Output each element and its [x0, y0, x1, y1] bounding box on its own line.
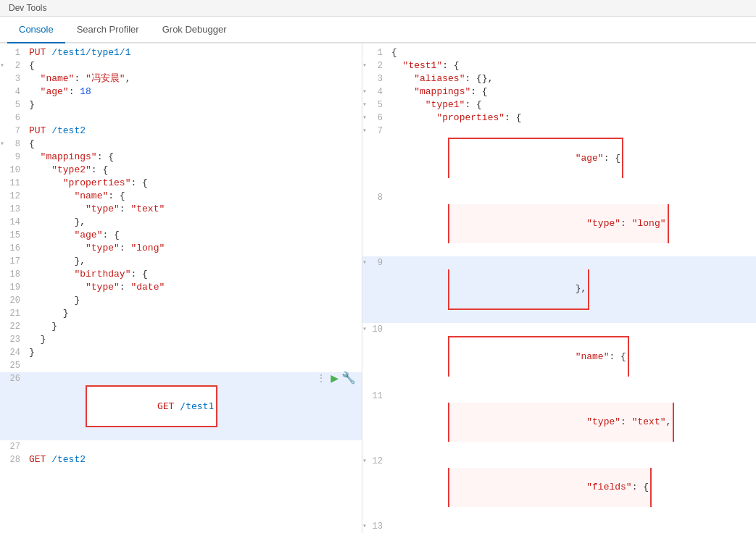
line-number: 24	[0, 346, 26, 359]
table-row: 24 }	[0, 346, 362, 359]
line-content: {	[26, 138, 362, 151]
line-number: ▾13	[362, 520, 389, 533]
line-number: 25	[0, 359, 26, 372]
table-row: 17 },	[0, 255, 362, 268]
line-number: ▾2	[362, 59, 389, 72]
line-number: 5	[0, 98, 26, 112]
line-number: 12	[0, 190, 26, 203]
line-content: PUT /test1/type1/1	[26, 46, 362, 59]
table-row: 27	[0, 440, 362, 453]
title-bar: Dev Tools	[0, 0, 756, 17]
line-number: 11	[362, 390, 389, 403]
wrench-button[interactable]: 🔧	[341, 372, 356, 385]
line-content: "fields": {	[389, 455, 756, 520]
line-number: 15	[0, 229, 26, 242]
line-content: "type": "date"	[26, 281, 362, 294]
line-content: GET /test1	[26, 372, 316, 440]
line-number: ▾7	[362, 125, 389, 138]
line-number: 14	[0, 216, 26, 229]
line-number: 20	[0, 294, 26, 307]
line-content: },	[389, 256, 756, 323]
line-content: "age": 18	[26, 85, 362, 98]
table-row: 25	[0, 359, 362, 372]
line-content: },	[26, 255, 362, 268]
line-number: 3	[0, 72, 26, 85]
line-content: "properties": {	[26, 177, 362, 190]
table-row: 11 "type": "text",	[362, 390, 756, 455]
table-row: 20 }	[0, 294, 362, 307]
line-content: },	[26, 216, 362, 229]
line-tools: ⋮ ▶ 🔧	[316, 372, 362, 385]
table-row: 19 "type": "date"	[0, 281, 362, 294]
line-content: "type1": {	[389, 98, 756, 112]
table-row: ▾2 {	[0, 59, 362, 72]
line-content: "aliases": {},	[389, 72, 756, 85]
table-row: 23 }	[0, 333, 362, 346]
title-bar-label: Dev Tools	[0, 0, 756, 17]
line-number: ▾10	[362, 323, 389, 336]
line-number: 26	[0, 372, 26, 385]
line-number: 17	[0, 255, 26, 268]
line-content: "name": {	[26, 190, 362, 203]
left-panel: 1 PUT /test1/type1/1 ▾2 { 3 "name": "冯安晨…	[0, 43, 362, 533]
line-content: "type": "long"	[26, 242, 362, 255]
line-content: "mappings": {	[389, 85, 756, 98]
table-row: 1 {	[362, 46, 756, 59]
tab-grok-debugger[interactable]: Grok Debugger	[151, 17, 238, 43]
line-number: 6	[0, 112, 26, 125]
table-row: 21 }	[0, 307, 362, 320]
line-content: "properties": {	[389, 112, 756, 125]
table-row: ▾10 "name": {	[362, 323, 756, 390]
table-row: ▾8 {	[0, 138, 362, 151]
line-number: 8	[362, 191, 389, 204]
line-number: 22	[0, 320, 26, 333]
table-row: 28 GET /test2	[0, 453, 362, 466]
line-content: "age": {	[389, 125, 756, 191]
table-row: ▾4 "mappings": {	[362, 85, 756, 98]
table-row: ▾12 "fields": {	[362, 455, 756, 520]
line-number: ▾9	[362, 256, 389, 269]
table-row: 7 PUT /test2	[0, 125, 362, 138]
table-row: 10 "type2": {	[0, 164, 362, 177]
table-row: ▾5 "type1": {	[362, 98, 756, 112]
table-row: 22 }	[0, 320, 362, 333]
table-row: 3 "aliases": {},	[362, 72, 756, 85]
line-number: 16	[0, 242, 26, 255]
table-row: 9 "mappings": {	[0, 151, 362, 164]
main-content: 1 PUT /test1/type1/1 ▾2 { 3 "name": "冯安晨…	[0, 43, 756, 533]
table-row: ▾7 "age": {	[362, 125, 756, 191]
run-button[interactable]: ▶	[331, 372, 338, 385]
line-number: 7	[0, 125, 26, 138]
tab-search-profiler[interactable]: Search Profiler	[65, 17, 151, 43]
table-row: 5 }	[0, 98, 362, 112]
line-content: GET /test2	[26, 453, 362, 466]
table-row: 4 "age": 18	[0, 85, 362, 98]
table-row: 1 PUT /test1/type1/1	[0, 46, 362, 59]
line-content: }	[26, 346, 362, 359]
line-number: 9	[0, 151, 26, 164]
left-code-area[interactable]: 1 PUT /test1/type1/1 ▾2 { 3 "name": "冯安晨…	[0, 43, 362, 533]
table-row: ▾9 },	[362, 256, 756, 323]
line-number: 19	[0, 281, 26, 294]
right-panel: 1 { ▾2 "test1": { 3 "aliases": {}, ▾4 "m…	[362, 43, 756, 533]
tab-console[interactable]: Console	[7, 17, 65, 43]
line-content: }	[26, 98, 362, 112]
line-number: ▾12	[362, 455, 389, 468]
line-content: }	[26, 307, 362, 320]
line-number: ▾5	[362, 98, 389, 112]
line-content: "type": "text",	[389, 390, 756, 455]
table-row: 15 "age": {	[0, 229, 362, 242]
table-row: ▾13 "keyword": {	[362, 520, 756, 533]
line-number: 13	[0, 203, 26, 216]
line-number: 3	[362, 72, 389, 85]
line-content: "keyword": {	[389, 520, 756, 533]
line-number: 28	[0, 453, 26, 466]
line-number: 11	[0, 177, 26, 190]
line-number: 27	[0, 440, 26, 453]
line-content: }	[26, 294, 362, 307]
line-content: "mappings": {	[26, 151, 362, 164]
line-number: 1	[362, 46, 389, 59]
tab-bar: Console Search Profiler Grok Debugger	[0, 17, 756, 43]
line-number: 23	[0, 333, 26, 346]
right-code-area[interactable]: 1 { ▾2 "test1": { 3 "aliases": {}, ▾4 "m…	[362, 43, 756, 533]
